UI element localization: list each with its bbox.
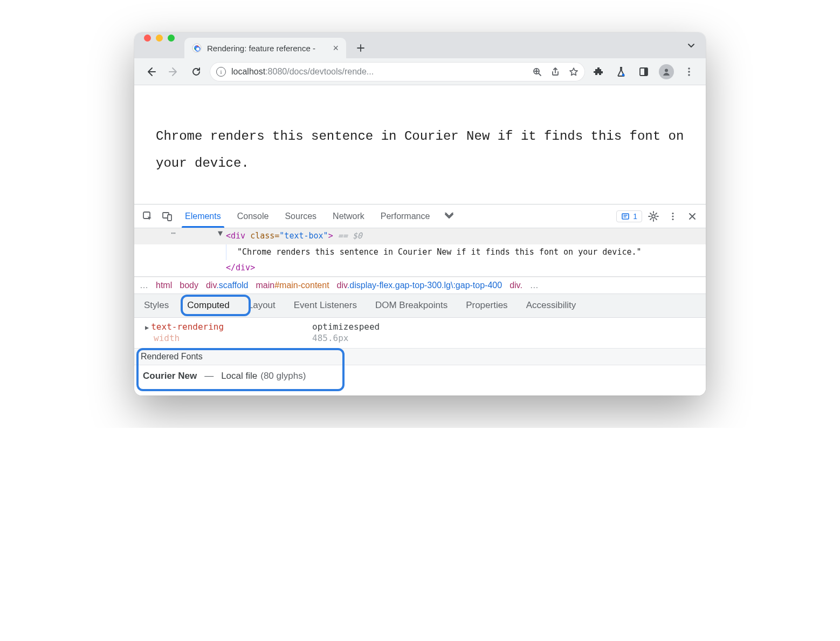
reload-button[interactable] (187, 63, 205, 81)
sidepanel-icon[interactable] (635, 63, 653, 81)
device-toggle-icon[interactable] (159, 208, 175, 224)
svg-rect-11 (622, 214, 629, 219)
crumb-body[interactable]: body (180, 281, 198, 290)
computed-panel: ▶text-rendering optimizespeed width 485.… (134, 318, 706, 395)
svg-point-14 (672, 215, 673, 217)
prop-value: optimizespeed (312, 322, 380, 332)
avatar-icon (659, 64, 674, 79)
subtab-event-listeners[interactable]: Event Listeners (292, 296, 359, 315)
rendered-fonts-header: Rendered Fonts (134, 348, 706, 365)
dom-breadcrumb[interactable]: … html body div.scaffold main#main-conte… (134, 277, 706, 294)
subtab-computed[interactable]: Computed (185, 296, 231, 315)
issues-button[interactable]: 1 (616, 210, 642, 222)
crumb-div-last[interactable]: div. (509, 281, 522, 290)
svg-point-13 (672, 212, 673, 214)
crumb-main[interactable]: main#main-content (256, 281, 329, 290)
dash: — (204, 371, 214, 381)
maximize-window-icon[interactable] (168, 35, 175, 42)
svg-rect-3 (644, 68, 648, 76)
rendered-fonts-section: Rendered Fonts Courier New — Local file … (134, 348, 706, 395)
settings-icon[interactable] (645, 208, 662, 224)
browser-tab[interactable]: Rendering: feature reference - × (184, 38, 346, 58)
prop-value: 485.6px (312, 333, 348, 343)
site-info-icon[interactable]: i (216, 67, 226, 77)
subtab-properties[interactable]: Properties (464, 296, 509, 315)
subtab-accessibility[interactable]: Accessibility (524, 296, 579, 315)
tab-network[interactable]: Network (332, 206, 366, 227)
crumb-ellipsis-right[interactable]: … (530, 281, 539, 290)
ellipsis-icon[interactable]: ⋯ (167, 228, 176, 238)
dom-text: "Chrome renders this sentence in Courier… (237, 247, 642, 257)
minimize-window-icon[interactable] (156, 35, 163, 42)
devtools-close-icon[interactable] (684, 208, 700, 224)
svg-point-4 (665, 69, 668, 72)
open-tag: <div (226, 231, 250, 241)
back-button[interactable] (142, 63, 160, 81)
issues-count: 1 (633, 212, 637, 221)
browser-window: Rendering: feature reference - × i local… (134, 32, 706, 395)
close-window-icon[interactable] (144, 35, 151, 42)
font-name: Courier New (143, 371, 197, 381)
tab-console[interactable]: Console (236, 206, 270, 227)
page-text: Chrome renders this sentence in Courier … (156, 123, 684, 178)
share-icon[interactable] (550, 67, 560, 77)
toolbar: i localhost:8080/docs/devtools/rende... (134, 58, 706, 85)
devtools: Elements Console Sources Network Perform… (134, 204, 706, 395)
crumb-div-scaffold[interactable]: div.scaffold (206, 281, 249, 290)
tab-performance[interactable]: Performance (380, 206, 431, 227)
disclosure-triangle-icon[interactable]: ▶ (145, 324, 149, 331)
labs-icon[interactable] (612, 63, 630, 81)
tabs-menu-icon[interactable] (686, 40, 696, 50)
svg-point-5 (688, 67, 690, 70)
devtools-menu-icon[interactable] (665, 208, 681, 224)
crumb-ellipsis-left[interactable]: … (140, 281, 148, 290)
forward-button[interactable] (164, 63, 183, 81)
zoom-icon[interactable] (532, 67, 542, 77)
more-tabs-icon[interactable] (445, 213, 455, 220)
bookmark-icon[interactable] (569, 67, 579, 77)
svg-point-12 (652, 215, 655, 218)
devtools-toolbar: Elements Console Sources Network Perform… (134, 204, 706, 228)
chrome-favicon-icon (192, 43, 202, 53)
tab-sources[interactable]: Sources (284, 206, 318, 227)
svg-rect-10 (168, 215, 171, 221)
svg-point-6 (688, 71, 690, 73)
font-glyphs: (80 glyphs) (260, 371, 306, 381)
tab-title: Rendering: feature reference - (207, 44, 315, 53)
dom-close-tag[interactable]: </div> (134, 260, 706, 276)
subtab-styles[interactable]: Styles (142, 296, 171, 315)
tab-close-icon[interactable]: × (333, 43, 339, 54)
dom-text-node[interactable]: "Chrome renders this sentence in Courier… (134, 244, 706, 261)
url-port: :8080 (265, 67, 287, 76)
styles-subtabs: Styles Computed Layout Event Listeners D… (134, 294, 706, 318)
profile-button[interactable] (657, 63, 676, 81)
page-content: Chrome renders this sentence in Courier … (134, 85, 706, 204)
svg-point-7 (688, 74, 690, 76)
rendered-font-item: Courier New — Local file (80 glyphs) (134, 365, 706, 386)
font-source: Local file (221, 371, 257, 381)
crumb-html[interactable]: html (156, 281, 172, 290)
selection-hint: == $0 (338, 231, 362, 241)
subtab-layout[interactable]: Layout (246, 296, 278, 315)
url-host: localhost (231, 67, 265, 76)
url-path: /docs/devtools/rende... (287, 67, 374, 76)
close-tag: </div> (226, 263, 255, 272)
svg-point-15 (672, 218, 673, 220)
inspect-icon[interactable] (140, 208, 156, 224)
tab-elements[interactable]: Elements (184, 206, 222, 227)
computed-row[interactable]: width 485.6px (134, 332, 706, 344)
open-tag-end: > (328, 231, 333, 241)
extensions-icon[interactable] (589, 63, 608, 81)
devtools-tabs: Elements Console Sources Network Perform… (184, 206, 431, 227)
prop-name: width (154, 333, 180, 343)
new-tab-button[interactable] (353, 40, 369, 56)
crumb-div-flex[interactable]: div.display-flex.gap-top-300.lg\:gap-top… (337, 281, 502, 290)
dom-node-selected[interactable]: ⋯▼ <div class="text-box"> == $0 (134, 228, 706, 244)
subtab-dom-breakpoints[interactable]: DOM Breakpoints (373, 296, 450, 315)
attr-value: "text-box" (279, 231, 328, 241)
browser-menu-icon[interactable] (680, 63, 698, 81)
address-bar[interactable]: i localhost:8080/docs/devtools/rende... (210, 62, 585, 81)
elements-panel[interactable]: ⋯▼ <div class="text-box"> == $0 "Chrome … (134, 228, 706, 277)
computed-row[interactable]: ▶text-rendering optimizespeed (134, 321, 706, 332)
svg-point-1 (622, 73, 625, 76)
